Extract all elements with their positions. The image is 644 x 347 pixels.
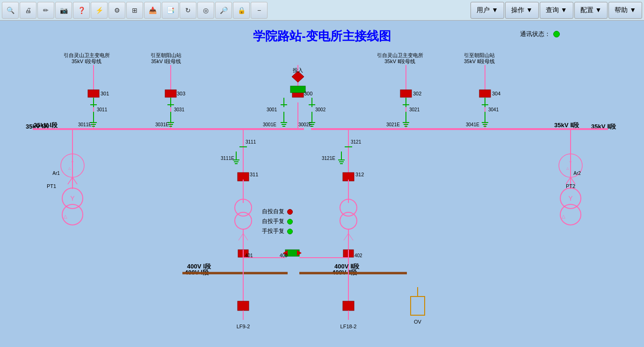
import-icon-btn[interactable]: 📥 bbox=[144, 2, 161, 19]
svg-text:Y: Y bbox=[569, 160, 572, 165]
menu-query[interactable]: 查询 ▼ bbox=[540, 2, 573, 19]
svg-text:311: 311 bbox=[250, 172, 258, 177]
svg-text:引自灵山卫主变电所: 引自灵山卫主变电所 bbox=[377, 52, 423, 58]
svg-text:35kV Ⅱ段: 35kV Ⅱ段 bbox=[554, 122, 579, 129]
svg-text:302: 302 bbox=[413, 91, 421, 96]
toolbar-icon-group: 🔍 🖨 ✏ 📷 ❓ ⚡ ⚙ ⊞ 📥 📑 ↻ ◎ 🔎 🔒 − bbox=[2, 2, 470, 19]
main-toolbar: 🔍 🖨 ✏ 📷 ❓ ⚡ ⚙ ⊞ 📥 📑 ↻ ◎ 🔎 🔒 − 用户 ▼ 操作 ▼ … bbox=[0, 0, 644, 21]
svg-text:3121E: 3121E bbox=[322, 156, 335, 161]
menu-user[interactable]: 用户 ▼ bbox=[470, 2, 504, 19]
svg-rect-102 bbox=[343, 301, 354, 311]
svg-text:Y: Y bbox=[70, 195, 75, 202]
svg-text:△: △ bbox=[64, 214, 67, 219]
svg-text:303: 303 bbox=[177, 91, 185, 96]
menu-help[interactable]: 帮助 ▼ bbox=[608, 2, 642, 19]
svg-text:312: 312 bbox=[355, 172, 364, 177]
svg-text:301: 301 bbox=[101, 91, 109, 96]
svg-text:304: 304 bbox=[492, 91, 500, 96]
svg-text:△: △ bbox=[68, 166, 71, 170]
svg-text:引至朝阳山站: 引至朝阳山站 bbox=[464, 52, 495, 58]
print-icon-btn[interactable]: 🖨 bbox=[20, 2, 36, 19]
svg-text:401: 401 bbox=[245, 253, 253, 258]
svg-point-79 bbox=[235, 212, 252, 229]
svg-line-115 bbox=[68, 177, 72, 184]
minus-icon-btn[interactable]: − bbox=[251, 2, 268, 19]
svg-text:OV: OV bbox=[414, 319, 422, 325]
svg-text:3001: 3001 bbox=[267, 107, 277, 112]
lock-icon-btn[interactable]: 🔒 bbox=[233, 2, 250, 19]
svg-text:3041: 3041 bbox=[488, 107, 499, 112]
svg-text:3031: 3031 bbox=[174, 107, 185, 112]
svg-text:35kV Ⅰ段母线: 35kV Ⅰ段母线 bbox=[151, 58, 181, 64]
svg-text:35kV Ⅱ段母线: 35kV Ⅱ段母线 bbox=[384, 58, 415, 64]
svg-rect-34 bbox=[88, 90, 99, 97]
svg-line-116 bbox=[72, 177, 77, 184]
refresh-icon-btn[interactable]: ↻ bbox=[180, 2, 196, 19]
svg-line-85 bbox=[239, 233, 243, 240]
svg-text:Y: Y bbox=[568, 195, 573, 202]
svg-text:3121: 3121 bbox=[351, 139, 362, 145]
svg-rect-104 bbox=[411, 296, 425, 315]
svg-text:35kV Ⅰ段母线: 35kV Ⅰ段母线 bbox=[72, 58, 101, 64]
svg-text:35kV Ⅱ段母线: 35kV Ⅱ段母线 bbox=[464, 58, 495, 64]
svg-text:LF18-2: LF18-2 bbox=[340, 324, 357, 329]
svg-text:300: 300 bbox=[304, 91, 312, 96]
svg-text:3111: 3111 bbox=[246, 139, 256, 145]
svg-text:3111E: 3111E bbox=[221, 156, 234, 161]
svg-text:3011E: 3011E bbox=[78, 122, 92, 127]
menu-config[interactable]: 配置 ▼ bbox=[574, 2, 608, 19]
svg-text:投入: 投入 bbox=[292, 67, 303, 73]
svg-text:3031E: 3031E bbox=[155, 122, 169, 127]
svg-text:3002E: 3002E bbox=[298, 122, 312, 127]
svg-point-83 bbox=[340, 212, 357, 229]
svg-text:3001E: 3001E bbox=[263, 122, 276, 127]
svg-text:400V Ⅱ段: 400V Ⅱ段 bbox=[334, 263, 360, 270]
svg-text:402: 402 bbox=[355, 253, 362, 258]
diagram-area: 学院路站-变电所主接线图 通讯状态： 35kV Ⅰ段 35kV Ⅱ段 400V … bbox=[0, 21, 644, 347]
svg-line-88 bbox=[348, 233, 353, 240]
svg-text:Ar1: Ar1 bbox=[52, 171, 60, 176]
svg-text:3021E: 3021E bbox=[386, 122, 400, 127]
search-icon-btn[interactable]: 🔍 bbox=[2, 2, 19, 19]
svg-rect-35 bbox=[165, 90, 176, 97]
svg-text:Ar2: Ar2 bbox=[573, 171, 581, 176]
svg-rect-99 bbox=[238, 301, 249, 311]
svg-line-87 bbox=[344, 233, 348, 240]
svg-text:400: 400 bbox=[280, 253, 288, 258]
svg-rect-38 bbox=[479, 90, 491, 97]
svg-text:引自灵山卫主变电所: 引自灵山卫主变电所 bbox=[64, 52, 110, 58]
menu-operation[interactable]: 操作 ▼ bbox=[505, 2, 539, 19]
svg-text:引至朝阳山站: 引至朝阳山站 bbox=[151, 52, 181, 58]
svg-text:△: △ bbox=[566, 166, 569, 170]
zoom-icon-btn[interactable]: 🔎 bbox=[215, 2, 232, 19]
svg-text:△: △ bbox=[562, 214, 565, 219]
svg-line-86 bbox=[243, 233, 248, 240]
settings-icon-btn[interactable]: ⚙ bbox=[109, 2, 125, 19]
layers-icon-btn[interactable]: 📑 bbox=[162, 2, 179, 19]
svg-rect-52 bbox=[290, 86, 305, 93]
target-icon-btn[interactable]: ◎ bbox=[197, 2, 214, 19]
camera-icon-btn[interactable]: 📷 bbox=[55, 2, 72, 19]
svg-text:LF9-2: LF9-2 bbox=[237, 324, 250, 329]
toolbar-menu-group: 用户 ▼ 操作 ▼ 查询 ▼ 配置 ▼ 帮助 ▼ bbox=[470, 2, 642, 19]
svg-text:400V Ⅰ段: 400V Ⅰ段 bbox=[187, 263, 211, 270]
svg-text:35kV Ⅰ段: 35kV Ⅰ段 bbox=[34, 122, 58, 129]
grid-icon-btn[interactable]: ⊞ bbox=[126, 2, 143, 19]
lightning-icon-btn[interactable]: ⚡ bbox=[91, 2, 108, 19]
svg-text:Y: Y bbox=[71, 160, 74, 165]
main-diagram-svg: Y △ Y △ bbox=[0, 21, 644, 347]
svg-text:3021: 3021 bbox=[409, 107, 420, 112]
edit-icon-btn[interactable]: ✏ bbox=[37, 2, 54, 19]
help-icon-btn[interactable]: ❓ bbox=[73, 2, 90, 19]
svg-rect-37 bbox=[400, 90, 412, 97]
svg-text:PT2: PT2 bbox=[566, 183, 575, 189]
svg-text:3002: 3002 bbox=[315, 107, 326, 112]
svg-text:PT1: PT1 bbox=[47, 183, 56, 189]
svg-text:3011: 3011 bbox=[97, 107, 108, 112]
svg-text:3041E: 3041E bbox=[466, 122, 479, 127]
